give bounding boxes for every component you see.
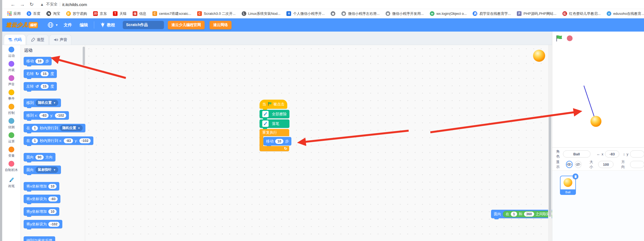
back-icon[interactable]: ←: [8, 2, 18, 7]
palette-block[interactable]: 右转↻15度: [24, 69, 57, 78]
palette-block[interactable]: 将y坐标增加10: [24, 207, 59, 216]
block-input-oval[interactable]: 1: [32, 126, 38, 131]
block-dropdown[interactable]: 鼠标指针 ▼: [35, 167, 58, 173]
palette-block[interactable]: 移动10步: [24, 57, 52, 65]
pen-block[interactable]: 全部擦除: [260, 110, 289, 118]
tab-code[interactable]: 代码: [4, 34, 26, 45]
palette-block[interactable]: 在1秒内滑行到 x:-83y:-102: [24, 136, 93, 145]
category-控制[interactable]: 控制: [8, 104, 15, 115]
category-事件[interactable]: 事件: [8, 89, 15, 101]
green-flag-icon[interactable]: [556, 35, 563, 42]
block-input-oval[interactable]: 1: [32, 138, 38, 143]
palette-block[interactable]: 在1秒内滑行到随机位置 ▼: [24, 124, 85, 132]
stop-icon[interactable]: [567, 35, 573, 41]
palette-block[interactable]: 面向鼠标指针 ▼: [24, 166, 61, 174]
category-自制积木[interactable]: 自制积木: [5, 161, 18, 172]
bookmark-item[interactable]: 应用: [5, 10, 23, 17]
block-dropdown[interactable]: 随机位置 ▼: [60, 125, 83, 131]
bookmark-item[interactable]: 红红色婴幼儿早教启...: [560, 10, 603, 17]
bookmark-item[interactable]: LLinux系统安装Nod...: [239, 10, 283, 17]
block-input-oval[interactable]: -102: [55, 113, 66, 118]
hide-sprite-button[interactable]: [575, 161, 581, 168]
palette-block[interactable]: 碰到边缘就反弹: [24, 236, 55, 241]
when-flag-clicked-block[interactable]: 当被点击: [260, 100, 287, 109]
block-input-oval[interactable]: 1: [511, 212, 517, 217]
language-caret-icon[interactable]: ▼: [55, 23, 58, 27]
reload-icon[interactable]: ↻: [27, 1, 36, 7]
code-canvas[interactable]: 面向在1和360之间取随机数: [85, 45, 552, 241]
block-input-oval[interactable]: 15: [41, 71, 49, 76]
bookmark-item[interactable]: ◉微信小程序左右滑...: [339, 10, 382, 17]
canvas-scrollbar-thumb[interactable]: [549, 116, 551, 217]
palette-block[interactable]: 将y坐标设为-102: [24, 220, 62, 228]
pen-block[interactable]: 落笔: [260, 119, 289, 128]
point-direction-random-block[interactable]: 面向在1和360之间取随机数: [491, 210, 552, 218]
project-name-input[interactable]: [123, 21, 164, 29]
sprite-name-input[interactable]: [563, 150, 590, 158]
bookmark-item[interactable]: eedusoho在线教育...: [604, 10, 644, 17]
bookmark-item[interactable]: T天猫: [110, 10, 129, 17]
bookmark-item[interactable]: ◉微信小程序开发用...: [383, 10, 426, 17]
block-input-oval[interactable]: 10: [275, 139, 283, 144]
random-number-operator-block[interactable]: 在1和360之间取随机数: [503, 211, 552, 217]
palette-block[interactable]: 将x坐标增加10: [24, 182, 59, 190]
block-input-oval[interactable]: -83: [39, 113, 49, 118]
category-运算[interactable]: 运算: [8, 132, 15, 144]
bookmark-item[interactable]: Ccentos7搭建scratc...: [150, 10, 194, 17]
bookmark-item[interactable]: 苏苏宁易购: [64, 10, 90, 17]
x-position-input[interactable]: [605, 150, 619, 158]
category-外观[interactable]: 外观: [8, 61, 15, 72]
canvas-scrollbar-track[interactable]: [548, 45, 552, 241]
palette-block[interactable]: 移到随机位置 ▼: [24, 99, 61, 107]
category-侦测[interactable]: 侦测: [8, 118, 15, 130]
show-sprite-button[interactable]: [566, 161, 573, 168]
block-input-oval[interactable]: 10: [48, 209, 57, 214]
tab-costumes[interactable]: 造型: [27, 34, 49, 45]
move-steps-block[interactable]: 移动10步: [263, 137, 291, 145]
y-position-input[interactable]: [630, 150, 644, 158]
bookmark-item[interactable]: CScratch3.0 二次开...: [195, 10, 238, 17]
forward-icon[interactable]: →: [18, 2, 27, 7]
delete-sprite-button[interactable]: [573, 173, 578, 179]
block-input-oval[interactable]: 10: [35, 59, 44, 64]
menu-edit[interactable]: 编辑: [80, 23, 88, 28]
school-button[interactable]: 速云网络: [210, 21, 232, 29]
block-input-oval[interactable]: -83: [64, 138, 73, 143]
app-logo[interactable]: 速云少儿 编程: [6, 21, 38, 29]
category-运动[interactable]: 运动: [8, 47, 15, 58]
palette-block[interactable]: 面向90方向: [24, 153, 55, 161]
menu-file[interactable]: 文件: [64, 23, 72, 28]
forever-label[interactable]: 重复执行: [260, 129, 289, 136]
size-input[interactable]: [598, 161, 614, 168]
bookmark-item[interactable]: JD京东: [91, 10, 109, 17]
bookmark-item[interactable]: H个人微信小程序开...: [284, 10, 327, 17]
forever-loop-block[interactable]: 重复执行 移动10步 ↻: [260, 129, 291, 151]
block-input-oval[interactable]: -102: [48, 222, 60, 227]
category-变量[interactable]: 变量: [8, 147, 15, 158]
tab-sounds[interactable]: 声音: [49, 34, 71, 45]
ball-sprite-ghost[interactable]: [533, 49, 546, 63]
palette-block[interactable]: 移到 x:-83y:-102: [24, 111, 69, 120]
palette-scrollbar[interactable]: [83, 47, 85, 65]
bookmark-item[interactable]: 淘淘宝: [44, 10, 63, 17]
stage[interactable]: [552, 45, 644, 148]
bookmark-item[interactable]: ◉: [328, 10, 338, 17]
url-chip[interactable]: ▲ 不安全 it.itchilds.com: [40, 2, 87, 7]
block-input-oval[interactable]: 10: [48, 184, 57, 189]
block-input-oval[interactable]: 15: [41, 84, 49, 89]
language-globe-icon[interactable]: [48, 22, 54, 28]
bookmark-item[interactable]: 易易学堂在线教育学...: [470, 10, 513, 17]
category-pen-extension[interactable]: 画笔: [8, 177, 15, 189]
official-site-button[interactable]: 速云少儿编程官网: [168, 21, 205, 29]
bookmark-item[interactable]: wwx.login(Object o...: [427, 10, 469, 17]
block-input-oval[interactable]: 360: [524, 212, 534, 217]
bookmark-item[interactable]: 信信息: [130, 10, 149, 17]
menu-tutorials[interactable]: 教程: [100, 22, 115, 28]
block-input-oval[interactable]: 90: [35, 155, 44, 160]
bookmark-item[interactable]: PPHP源码,PHP网站...: [514, 10, 559, 17]
script-stack[interactable]: 当被点击 全部擦除落笔 重复执行 移动10步 ↻: [260, 100, 291, 151]
bookmark-item[interactable]: b百度: [24, 10, 43, 17]
block-dropdown[interactable]: 随机位置 ▼: [35, 100, 58, 106]
direction-input[interactable]: [630, 161, 644, 168]
block-input-oval[interactable]: -102: [79, 138, 91, 143]
